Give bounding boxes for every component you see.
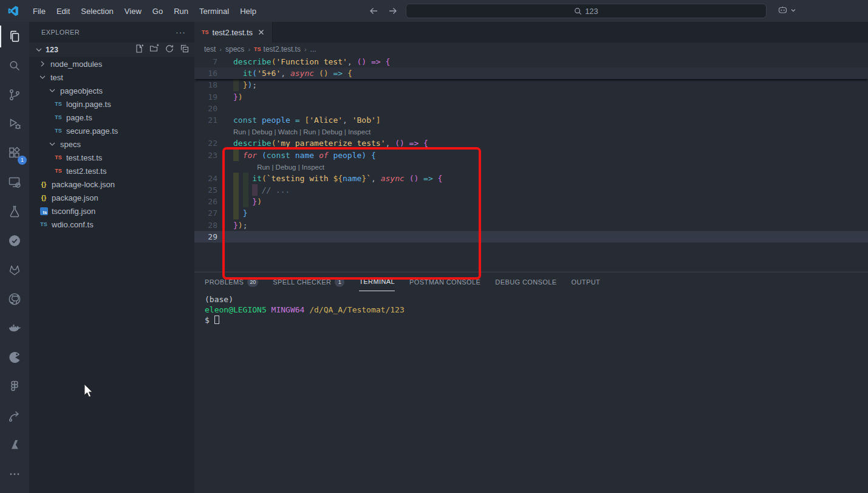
code-area[interactable]: 18 });19})2021const people = ['Alice', '… <box>194 56 868 272</box>
menu-view[interactable]: View <box>119 4 147 18</box>
tree-item-secure-page-ts[interactable]: TSsecure.page.ts <box>29 124 194 137</box>
line-number: 16 <box>194 67 217 79</box>
code-line-19[interactable]: 19}) <box>194 91 868 103</box>
command-center-search[interactable]: 123 <box>406 4 767 18</box>
menu-terminal[interactable]: Terminal <box>194 4 234 18</box>
activity-azure-icon[interactable] <box>0 430 29 460</box>
new-file-icon[interactable] <box>134 44 144 56</box>
tree-item-page-ts[interactable]: TSpage.ts <box>29 111 194 124</box>
line-number: 18 <box>194 79 217 91</box>
code-line-16[interactable]: 16 it('5+6', async () => { <box>194 67 868 79</box>
breadcrumb-separator: › <box>219 46 222 53</box>
activity-check-circle-icon[interactable] <box>0 226 29 255</box>
activity-pacman-icon[interactable] <box>0 343 29 372</box>
folder-section-header[interactable]: 123 <box>29 43 194 57</box>
indent-guide-block <box>243 184 248 196</box>
activity-explorer-icon[interactable] <box>0 22 29 51</box>
breadcrumb-item[interactable]: test <box>204 45 216 53</box>
code-line-25[interactable]: 25 // ... <box>194 184 868 196</box>
codelens-actions[interactable]: Run | Debug | Inspect <box>233 164 324 171</box>
close-icon[interactable] <box>256 27 266 37</box>
tree-item-package-lock-json[interactable]: {}package-lock.json <box>29 178 194 191</box>
code-line-27[interactable]: 27 } <box>194 207 868 219</box>
line-number: 26 <box>194 196 217 207</box>
tree-item-specs[interactable]: specs <box>29 137 194 151</box>
breadcrumb-item[interactable]: ... <box>310 45 316 53</box>
new-folder-icon[interactable] <box>149 44 159 56</box>
nav-back-icon[interactable] <box>367 4 380 18</box>
code-line-23[interactable]: 23 for (const name of people) { <box>194 150 868 161</box>
panel-tab-output[interactable]: OUTPUT <box>572 272 601 291</box>
code-line-21[interactable]: 21const people = ['Alice', 'Bob'] <box>194 114 868 126</box>
explorer-more-icon[interactable]: ··· <box>176 27 186 37</box>
activity-extensions-icon[interactable]: 1 <box>0 139 29 168</box>
tree-item-wdio-conf-ts[interactable]: TSwdio.conf.ts <box>29 218 194 231</box>
tree-item-node-modules[interactable]: node_modules <box>29 57 194 71</box>
panel-tab-postman-console[interactable]: POSTMAN CONSOLE <box>409 272 480 291</box>
panel-tab-debug-console[interactable]: DEBUG CONSOLE <box>495 272 556 291</box>
activity-github-icon[interactable] <box>0 284 29 314</box>
menu-selection[interactable]: Selection <box>75 4 118 18</box>
tree-item-tsconfig-json[interactable]: tstsconfig.json <box>29 204 194 218</box>
codelens-actions[interactable]: Run | Debug | Watch | Run | Debug | Insp… <box>233 128 371 136</box>
activity-redirect-arrow-icon[interactable] <box>0 401 29 430</box>
tree-item-test2-test-ts[interactable]: TStest2.test.ts <box>29 164 194 178</box>
codelens-row[interactable]: Run | Debug | Inspect <box>194 161 868 173</box>
breadcrumb-item[interactable]: specs <box>225 45 244 53</box>
panel-tab-terminal[interactable]: TERMINAL <box>359 272 395 291</box>
code-line-22[interactable]: 22describe('my parameterize tests', () =… <box>194 137 868 149</box>
indent-guide-block <box>233 196 239 207</box>
tree-item-login-page-ts[interactable]: TSlogin.page.ts <box>29 97 194 111</box>
code-line-26[interactable]: 26 }) <box>194 196 868 207</box>
menu-edit[interactable]: Edit <box>51 4 75 18</box>
activity-docker-icon[interactable] <box>0 314 29 343</box>
tree-item-test-test-ts[interactable]: TStest.test.ts <box>29 151 194 164</box>
nav-forward-icon[interactable] <box>386 4 400 18</box>
code-line-24[interactable]: 24 it(`testing with ${name}`, async () =… <box>194 173 868 184</box>
activity-source-control-icon[interactable] <box>0 80 29 109</box>
menu-help[interactable]: Help <box>234 4 262 18</box>
code-line-7[interactable]: 7describe('Function test', () => { <box>194 56 868 67</box>
tab-test2-test-ts[interactable]: TS test2.test.ts <box>194 22 273 43</box>
activity-more-icon[interactable] <box>0 460 29 489</box>
activity-testing-icon[interactable] <box>0 197 29 226</box>
menu-run[interactable]: Run <box>168 4 194 18</box>
tree-item-label: test2.test.ts <box>66 167 106 176</box>
json-file-icon: {} <box>39 179 49 189</box>
tree-item-package-json[interactable]: {}package.json <box>29 191 194 204</box>
terminal-output[interactable]: (base)eleon@LEGION5 MINGW64 /d/QA_A/Test… <box>205 294 405 325</box>
activity-run-debug-icon[interactable] <box>0 109 29 139</box>
tree-item-label: secure.page.ts <box>66 126 118 136</box>
terminal-line: $ <box>205 315 405 325</box>
indent-guide-block <box>252 184 258 196</box>
tree-item-test[interactable]: test <box>29 71 194 84</box>
line-number: 22 <box>194 137 217 149</box>
panel-tab-problems[interactable]: PROBLEMS20 <box>205 272 258 291</box>
explorer-title: EXPLORER <box>41 29 176 36</box>
code-line-28[interactable]: 28}); <box>194 219 868 231</box>
code-line-20[interactable]: 20 <box>194 103 868 114</box>
indent-guide-block <box>243 196 248 207</box>
line-number: 20 <box>194 103 217 114</box>
refresh-icon[interactable] <box>165 44 174 56</box>
collapse-all-icon[interactable] <box>180 44 190 56</box>
tree-item-label: specs <box>60 140 81 149</box>
panel-tab-spell-checker[interactable]: SPELL CHECKER1 <box>273 272 344 291</box>
menu-file[interactable]: File <box>27 4 51 18</box>
line-number <box>194 161 217 173</box>
indent-guide-block <box>243 173 248 184</box>
activity-gitlab-icon[interactable] <box>0 255 29 284</box>
breadcrumb-item[interactable]: TStest2.test.ts <box>254 45 301 53</box>
breadcrumb-separator: › <box>304 46 307 53</box>
copilot-menu[interactable] <box>777 5 796 15</box>
menu-go[interactable]: Go <box>147 4 168 18</box>
activity-figma-icon[interactable] <box>0 372 29 401</box>
chevron-down-icon <box>34 45 44 55</box>
code-line-18[interactable]: 18 }); <box>194 79 868 91</box>
activity-search-icon[interactable] <box>0 51 29 80</box>
activity-remote-explorer-icon[interactable] <box>0 168 29 197</box>
chevron-down-icon <box>790 7 796 13</box>
codelens-row[interactable]: Run | Debug | Watch | Run | Debug | Insp… <box>194 126 868 137</box>
code-line-29[interactable]: 29 <box>194 231 868 243</box>
tree-item-pageobjects[interactable]: pageobjects <box>29 84 194 97</box>
